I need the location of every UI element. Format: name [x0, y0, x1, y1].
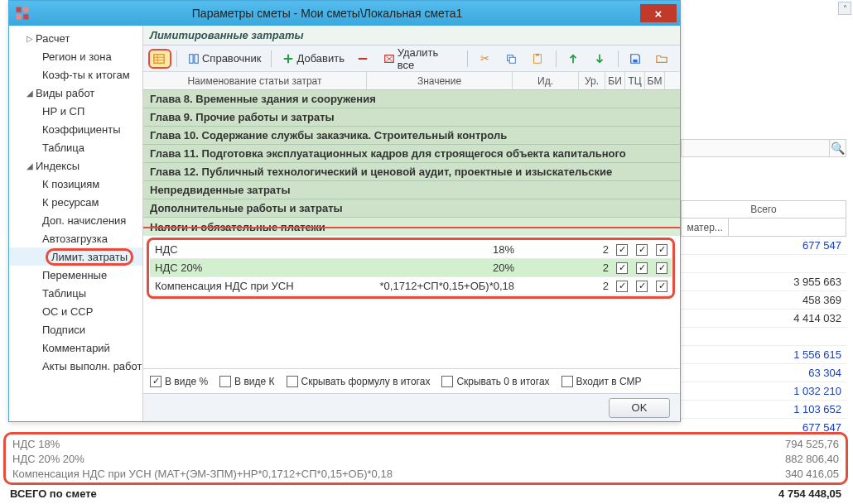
move-down-button[interactable] — [588, 49, 613, 69]
col-value[interactable]: Значение — [367, 72, 513, 89]
col-tc[interactable]: ТЦ — [625, 72, 645, 89]
open-button[interactable] — [650, 49, 675, 69]
nav-item-label: Индексы — [36, 160, 80, 172]
opt-hide-zero[interactable]: Скрывать 0 в итогах — [441, 376, 549, 387]
nav-item-label: Таблица — [42, 142, 84, 154]
cell-bm[interactable] — [652, 244, 672, 256]
chapter-row[interactable]: Дополнительные работы и затраты — [143, 199, 680, 218]
delete-button[interactable] — [351, 49, 376, 69]
plus-icon — [282, 52, 295, 65]
save-button[interactable] — [624, 49, 648, 69]
nav-item-12[interactable]: Лимит. затраты — [9, 247, 142, 266]
opt-coef[interactable]: В виде К — [219, 376, 274, 387]
nav-item-14[interactable]: Таблицы — [9, 284, 142, 302]
close-button[interactable]: × — [640, 4, 677, 22]
nav-item-13[interactable]: Переменные — [9, 266, 142, 284]
cell-ur[interactable]: 2 — [586, 262, 612, 274]
cell-tc[interactable] — [632, 244, 652, 256]
cell-ur[interactable]: 2 — [586, 243, 612, 256]
nav-item-10[interactable]: Доп. начисления — [9, 211, 142, 229]
nav-item-label: Регион и зона — [42, 50, 112, 63]
move-up-button[interactable] — [561, 49, 586, 69]
bg-col-header-total: Всего — [681, 200, 846, 218]
chapter-row[interactable]: Глава 12. Публичный технологический и це… — [143, 163, 680, 181]
cut-button[interactable]: ✂ — [473, 49, 498, 69]
reference-button[interactable]: Справочник — [182, 49, 267, 69]
delete-all-button[interactable]: Удалить все — [378, 49, 462, 69]
nav-tree[interactable]: ▷РасчетРегион и зонаКоэф-ты к итогам◢Вид… — [9, 26, 143, 421]
opt-hide-formula[interactable]: Скрывать формулу в итогах — [287, 376, 431, 387]
bg-col-header-row2: матер... — [681, 218, 846, 237]
nav-item-5[interactable]: Коэффициенты — [9, 120, 142, 138]
tax-row[interactable]: НДС 20%20%2 — [150, 259, 672, 277]
tax-row[interactable]: НДС18%2 — [150, 241, 672, 259]
search-icon[interactable]: 🔍 — [829, 140, 846, 156]
cell-bi[interactable] — [612, 262, 632, 274]
chapter-row[interactable]: Непредвиденные затраты — [143, 181, 680, 199]
col-name[interactable]: Наименование статьи затрат — [143, 72, 367, 89]
bg-search-row: 🔍 — [681, 139, 846, 157]
col-bi[interactable]: БИ — [605, 72, 625, 89]
grand-total-row: ВСЕГО по смете 4 754 448,05 — [3, 485, 848, 502]
nav-item-3[interactable]: ◢Виды работ — [9, 84, 142, 102]
nav-item-label: НР и СП — [42, 105, 84, 118]
opt-pct[interactable]: В виде % — [150, 376, 208, 387]
taxes-section-struck: Налоги и обязательные платежи — [143, 218, 680, 236]
paste-button[interactable] — [526, 49, 551, 69]
col-id[interactable]: Ид. — [513, 72, 579, 89]
minus-icon — [356, 52, 369, 65]
scroll-up-arrow[interactable]: ˄ — [838, 2, 851, 15]
arrow-down-icon — [593, 52, 606, 65]
chapter-row[interactable]: Глава 10. Содержание службы заказчика. С… — [143, 127, 680, 145]
tree-twisty-icon[interactable]: ▷ — [24, 34, 36, 43]
cell-value[interactable]: *0,1712+СП*0,15+ОБ)*0,18 — [373, 280, 519, 292]
cell-tc[interactable] — [632, 262, 652, 274]
tree-twisty-icon[interactable]: ◢ — [24, 89, 36, 98]
col-ur[interactable]: Ур. — [579, 72, 605, 89]
cell-name[interactable]: НДС 20% — [150, 262, 373, 274]
nav-item-8[interactable]: К позициям — [9, 175, 142, 193]
grid-header: Наименование статьи затрат Значение Ид. … — [143, 72, 680, 90]
cell-ur[interactable]: 2 — [586, 280, 612, 292]
cell-bm[interactable] — [652, 262, 672, 274]
paste-icon — [531, 52, 544, 65]
window-title: Параметры сметы - Мои сметы\Локальная см… — [14, 7, 640, 20]
tree-twisty-icon[interactable]: ◢ — [24, 161, 36, 170]
add-button[interactable]: Добавить — [277, 49, 349, 69]
nav-item-1[interactable]: Регион и зона — [9, 47, 142, 65]
chapter-row[interactable]: Глава 11. Подготовка эксплуатационных ка… — [143, 145, 680, 163]
grid-body[interactable]: Глава 8. Временные здания и сооруженияГл… — [143, 90, 680, 368]
nav-item-0[interactable]: ▷Расчет — [9, 29, 142, 47]
cell-tc[interactable] — [632, 281, 652, 292]
nav-item-18[interactable]: Акты выполн. работ — [9, 357, 142, 375]
cell-value[interactable]: 20% — [373, 262, 519, 274]
cell-name[interactable]: НДС — [150, 243, 373, 256]
nav-item-7[interactable]: ◢Индексы — [9, 156, 142, 175]
nav-item-6[interactable]: Таблица — [9, 138, 142, 156]
copy-button[interactable] — [499, 49, 524, 69]
cell-value[interactable]: 18% — [373, 243, 519, 256]
nav-item-label: Расчет — [36, 32, 70, 45]
nav-item-16[interactable]: Подписи — [9, 320, 142, 338]
nav-item-9[interactable]: К ресурсам — [9, 193, 142, 211]
nav-item-11[interactable]: Автозагрузка — [9, 229, 142, 247]
ok-button[interactable]: OK — [609, 398, 670, 418]
nav-item-15[interactable]: ОС и ССР — [9, 302, 142, 320]
cell-bi[interactable] — [612, 281, 632, 292]
opt-in-smr[interactable]: Входит в СМР — [561, 376, 642, 387]
arrow-up-icon — [566, 52, 580, 65]
nav-item-17[interactable]: Комментарий — [9, 338, 142, 357]
nav-item-label: К ресурсам — [42, 196, 99, 209]
chapter-row[interactable]: Глава 8. Временные здания и сооружения — [143, 90, 680, 108]
titlebar[interactable]: Параметры сметы - Мои сметы\Локальная см… — [9, 1, 680, 26]
toolbar-main-icon[interactable] — [148, 49, 171, 69]
nav-item-2[interactable]: Коэф-ты к итогам — [9, 65, 142, 84]
col-bm[interactable]: БМ — [645, 72, 665, 89]
nav-item-4[interactable]: НР и СП — [9, 102, 142, 120]
cell-bi[interactable] — [612, 244, 632, 256]
nav-item-label: Виды работ — [36, 87, 94, 99]
cell-bm[interactable] — [652, 281, 672, 292]
chapter-row[interactable]: Глава 9. Прочие работы и затраты — [143, 108, 680, 127]
cell-name[interactable]: Компенсация НДС при УСН — [150, 280, 373, 292]
tax-row[interactable]: Компенсация НДС при УСН*0,1712+СП*0,15+О… — [150, 277, 672, 295]
